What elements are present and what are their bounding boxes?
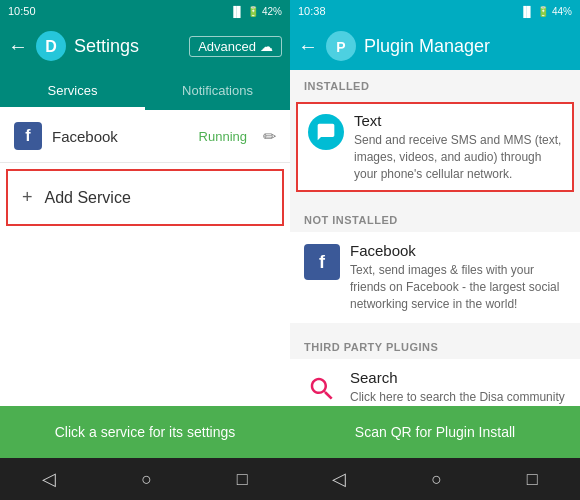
right-bottom-text: Scan QR for Plugin Install [355,424,515,440]
facebook-service-item[interactable]: f Facebook Running ✏ [0,110,290,163]
left-app-title: Settings [74,36,181,57]
text-plugin-icon-wrapper [308,114,344,150]
search-plugin-item[interactable]: Search Click here to search the Disa com… [290,359,580,406]
right-back-nav-button[interactable]: ◁ [332,468,346,490]
facebook-plugin-name: Facebook [350,242,566,259]
text-plugin-name: Text [354,112,562,129]
recents-nav-button[interactable]: □ [237,469,248,490]
installed-header: INSTALLED [290,70,580,98]
svg-text:P: P [336,39,345,55]
tab-services[interactable]: Services [0,74,145,110]
left-bottom-bar[interactable]: Click a service for its settings [0,406,290,458]
cloud-icon: ☁ [260,39,273,54]
left-status-bar: 10:50 ▐▌ 🔋 42% [0,0,290,22]
right-status-icons: ▐▌ 🔋 44% [520,6,572,17]
facebook-plugin-desc: Text, send images & files with your frie… [350,262,566,312]
facebook-plugin-icon-wrapper: f [304,244,340,280]
plugin-list: INSTALLED Text Send and receive SMS and … [290,70,580,406]
right-panel: 10:38 ▐▌ 🔋 44% ← P Plugin Manager INSTAL… [290,0,580,500]
right-home-nav-button[interactable]: ○ [431,469,442,490]
text-plugin-item[interactable]: Text Send and receive SMS and MMS (text,… [296,102,574,192]
left-time: 10:50 [8,5,36,17]
search-plugin-name: Search [350,369,566,386]
signal-icon: ▐▌ [230,6,244,17]
sms-icon [308,114,344,150]
left-status-icons: ▐▌ 🔋 42% [230,6,282,17]
separator-2 [290,323,580,331]
edit-icon[interactable]: ✏ [263,127,276,146]
back-button[interactable]: ← [8,35,28,58]
right-app-title: Plugin Manager [364,36,572,57]
right-recents-nav-button[interactable]: □ [527,469,538,490]
facebook-plugin-icon: f [304,244,340,280]
add-service-label: Add Service [45,189,131,207]
facebook-icon: f [14,122,42,150]
search-plugin-icon-wrapper [304,371,340,406]
text-plugin-desc: Send and receive SMS and MMS (text, imag… [354,132,562,182]
svg-text:D: D [45,38,57,55]
third-party-header: THIRD PARTY PLUGINS [290,331,580,359]
search-plugin-info: Search Click here to search the Disa com… [350,369,566,406]
right-app-bar: ← P Plugin Manager [290,22,580,70]
right-time: 10:38 [298,5,326,17]
right-signal-icon: ▐▌ [520,6,534,17]
settings-logo: D [36,31,66,61]
advanced-button[interactable]: Advanced ☁ [189,36,282,57]
add-service-button[interactable]: + Add Service [6,169,284,226]
left-app-bar: ← D Settings Advanced ☁ [0,22,290,70]
tab-notifications[interactable]: Notifications [145,74,290,110]
back-nav-button[interactable]: ◁ [42,468,56,490]
facebook-plugin-item[interactable]: f Facebook Text, send images & files wit… [290,232,580,322]
battery-pct: 42% [262,6,282,17]
separator-1 [290,196,580,204]
facebook-plugin-info: Facebook Text, send images & files with … [350,242,566,312]
search-icon [304,371,340,406]
text-plugin-info: Text Send and receive SMS and MMS (text,… [354,112,562,182]
app-bar-actions: Advanced ☁ [189,36,282,57]
right-battery-pct: 44% [552,6,572,17]
right-nav-bar: ◁ ○ □ [290,458,580,500]
search-plugin-desc: Click here to search the Disa community … [350,389,566,406]
advanced-label: Advanced [198,39,256,54]
not-installed-header: NOT INSTALLED [290,204,580,232]
plus-icon: + [22,187,33,208]
left-bottom-text: Click a service for its settings [55,424,236,440]
home-nav-button[interactable]: ○ [141,469,152,490]
facebook-service-name: Facebook [52,128,189,145]
left-nav-bar: ◁ ○ □ [0,458,290,500]
right-back-button[interactable]: ← [298,35,318,58]
plugin-manager-logo: P [326,31,356,61]
tab-bar: Services Notifications [0,70,290,110]
left-panel: 10:50 ▐▌ 🔋 42% ← D Settings Advanced ☁ S… [0,0,290,500]
running-badge: Running [199,129,247,144]
right-battery-icon: 🔋 [537,6,549,17]
right-status-bar: 10:38 ▐▌ 🔋 44% [290,0,580,22]
right-bottom-bar[interactable]: Scan QR for Plugin Install [290,406,580,458]
battery-icon: 🔋 [247,6,259,17]
services-list: f Facebook Running ✏ + Add Service [0,110,290,406]
